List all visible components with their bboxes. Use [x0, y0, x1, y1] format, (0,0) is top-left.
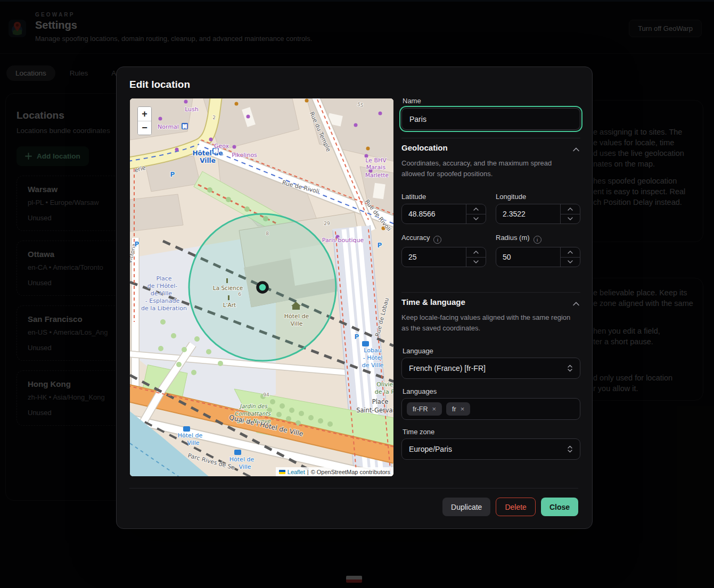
map-label: Lush — [185, 106, 199, 113]
map-label: 2 — [212, 115, 216, 120]
bus-stop-icon — [183, 426, 190, 432]
osm-attribution: © OpenStreetMap contributors — [311, 469, 390, 475]
map-label: - Hôtel — [363, 354, 383, 361]
dialog-footer-divider — [129, 488, 578, 488]
map-label: Hôtel de — [284, 313, 309, 320]
map-label: Le BHV — [365, 157, 387, 164]
longitude-stepper — [496, 204, 580, 224]
accuracy-increment-button[interactable] — [466, 247, 486, 257]
map-label: Lobau — [364, 347, 381, 354]
geolocation-section-header[interactable]: Geolocation — [401, 143, 580, 152]
latitude-input[interactable] — [402, 204, 466, 223]
map-label: Ville — [290, 320, 302, 327]
zoom-out-button[interactable]: − — [138, 121, 151, 135]
languages-chip-field[interactable]: fr-FR × fr × — [401, 398, 580, 420]
map-label: M — [183, 125, 187, 129]
map-label: L'Art — [223, 302, 236, 308]
map-label: P — [170, 171, 175, 178]
delete-button[interactable]: Delete — [496, 498, 535, 516]
chip-remove-icon[interactable]: × — [461, 405, 465, 413]
chip-label: fr — [452, 405, 456, 413]
leaflet-link[interactable]: Leaflet — [288, 469, 305, 475]
chevron-up-icon[interactable] — [573, 299, 579, 308]
chevron-up-icon[interactable] — [573, 144, 579, 153]
longitude-input[interactable] — [496, 204, 560, 223]
map-label: Saint-Gervais — [356, 407, 393, 414]
bus-stop-icon — [362, 341, 369, 346]
map-label: P — [135, 241, 139, 248]
accuracy-label: Accuracyi — [401, 234, 486, 244]
section-divider — [401, 292, 580, 293]
radius-decrement-button[interactable] — [561, 257, 580, 267]
language-label: Language — [403, 347, 433, 355]
map-label: Place — [372, 398, 389, 405]
map-label: M — [214, 149, 218, 154]
map-label: Hôtel de — [178, 432, 203, 439]
map-label: 94 — [263, 392, 269, 397]
app-window: GEOWARP Settings Manage spoofing locatio… — [0, 0, 714, 588]
language-chip: fr-FR × — [407, 402, 442, 416]
map-label: - Esplanade — [145, 297, 180, 304]
radius-increment-button[interactable] — [561, 247, 580, 257]
location-marker[interactable] — [258, 283, 267, 292]
language-select[interactable]: French (France) [fr-FR] — [401, 358, 580, 379]
info-icon[interactable]: i — [433, 236, 441, 244]
map[interactable]: LushNormalerieGeoxPikolinosHôtel deVille… — [130, 98, 393, 476]
select-chevrons-icon — [567, 445, 573, 453]
latitude-label: Latitude — [401, 193, 486, 201]
name-label: Name — [403, 97, 421, 105]
time-language-section-header[interactable]: Time & language — [401, 297, 580, 307]
time-language-section-title: Time & language — [401, 297, 465, 307]
zoom-in-button[interactable]: + — [138, 107, 151, 121]
timezone-select-value: Europe/Paris — [409, 445, 452, 453]
dialog-footer-buttons: Duplicate Delete Close — [442, 498, 578, 516]
radius-input[interactable] — [496, 247, 560, 267]
map-label: Marais — [366, 164, 386, 171]
bus-stop-icon — [234, 450, 241, 455]
map-label: de la Pai — [375, 388, 393, 395]
map-label: de Ville — [362, 362, 384, 369]
map-label: Place — [156, 275, 171, 282]
map-label: Paris boutique — [322, 237, 364, 244]
map-label: P — [355, 333, 359, 341]
duplicate-button[interactable]: Duplicate — [442, 498, 490, 516]
map-label: Olivier — [376, 381, 393, 388]
chip-label: fr-FR — [413, 405, 428, 413]
map-label: Pikolinos — [232, 152, 257, 159]
close-button[interactable]: Close — [541, 498, 578, 516]
accuracy-stepper — [401, 247, 486, 267]
accuracy-decrement-button[interactable] — [466, 257, 486, 267]
languages-label: Languages — [403, 387, 437, 395]
geolocation-section-title: Geolocation — [401, 143, 448, 152]
map-label: La Science — [213, 285, 243, 291]
map-label: Normal — [158, 123, 179, 130]
map-label: de-Ville — [151, 290, 173, 297]
longitude-decrement-button[interactable] — [561, 214, 580, 224]
accuracy-label-text: Accuracy — [401, 234, 430, 242]
longitude-increment-button[interactable] — [561, 204, 580, 214]
map-label: P — [377, 242, 382, 249]
map-label: de la Libération — [141, 305, 187, 312]
longitude-label: Longitude — [496, 193, 580, 201]
timezone-select[interactable]: Europe/Paris — [401, 438, 580, 460]
edit-location-dialog: Edit location — [116, 67, 593, 529]
map-label: Ville — [239, 463, 251, 470]
radius-label: Radius (m)i — [496, 234, 580, 244]
ukraine-flag-icon — [279, 470, 285, 474]
attribution-separator: | — [307, 469, 309, 475]
radius-stepper — [496, 247, 580, 267]
chip-remove-icon[interactable]: × — [432, 405, 436, 413]
section-divider — [401, 138, 580, 138]
latitude-decrement-button[interactable] — [466, 214, 486, 224]
map-label: Jardin des — [239, 403, 268, 410]
info-icon[interactable]: i — [534, 236, 541, 244]
map-svg[interactable]: LushNormalerieGeoxPikolinosHôtel deVille… — [130, 98, 393, 476]
map-zoom-control: + − — [137, 106, 152, 135]
map-label: de l'Hôtel- — [147, 283, 177, 289]
name-input[interactable] — [401, 108, 580, 130]
timezone-label: Time zone — [403, 428, 434, 436]
map-label: Ville — [187, 440, 199, 446]
geolocation-description: Coordinates, accuracy, and the maximum s… — [401, 158, 572, 179]
accuracy-input[interactable] — [402, 247, 466, 267]
latitude-increment-button[interactable] — [466, 204, 486, 214]
